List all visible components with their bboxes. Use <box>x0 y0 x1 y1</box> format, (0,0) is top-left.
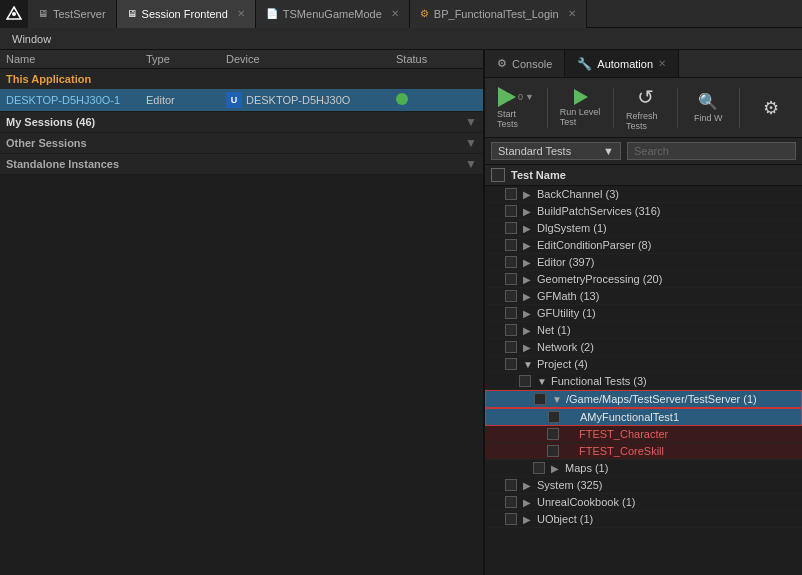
project-checkbox[interactable] <box>505 358 517 370</box>
tree-header: Test Name <box>485 165 802 186</box>
refresh-tests-button[interactable]: ↻ Refresh Tests <box>620 81 671 135</box>
network-checkbox[interactable] <box>505 341 517 353</box>
tree-item-backchannel[interactable]: ▶ BackChannel (3) <box>485 186 802 203</box>
app-logo <box>0 0 28 28</box>
tree-item-uobject[interactable]: ▶ UObject (1) <box>485 511 802 528</box>
find-icon: 🔍 <box>698 92 718 111</box>
filter-bar: Standard Tests ▼ <box>485 138 802 165</box>
testserver-map-checkbox[interactable] <box>534 393 546 405</box>
tree-item-dlgsystem[interactable]: ▶ DlgSystem (1) <box>485 220 802 237</box>
tab-tsmenu[interactable]: 📄 TSMenuGameMode ✕ <box>256 0 410 28</box>
ftest-coreskill-label: FTEST_CoreSkill <box>579 445 664 457</box>
tab-bp-functional[interactable]: ⚙ BP_FunctionalTest_Login ✕ <box>410 0 587 28</box>
search-input[interactable] <box>627 142 796 160</box>
my-sessions-section[interactable]: My Sessions (46) ▼ <box>0 112 483 133</box>
editor-checkbox[interactable] <box>505 256 517 268</box>
functional-tests-checkbox[interactable] <box>519 375 531 387</box>
gfutility-arrow: ▶ <box>523 308 533 319</box>
session-row[interactable]: DESKTOP-D5HJ30O-1 Editor U DESKTOP-D5HJ3… <box>0 89 483 112</box>
tree-item-buildpatch[interactable]: ▶ BuildPatchServices (316) <box>485 203 802 220</box>
automation-wrench-icon: 🔧 <box>577 57 592 71</box>
tree-item-gfmath[interactable]: ▶ GFMath (13) <box>485 288 802 305</box>
divider-2 <box>613 88 614 128</box>
dlgsystem-arrow: ▶ <box>523 223 533 234</box>
gfmath-checkbox[interactable] <box>505 290 517 302</box>
buildpatch-checkbox[interactable] <box>505 205 517 217</box>
find-label: Find W <box>694 113 723 123</box>
tree-item-testserver-map[interactable]: ▼ /Game/Maps/TestServer/TestServer (1) <box>485 390 802 408</box>
geometry-checkbox[interactable] <box>505 273 517 285</box>
ftest-character-label: FTEST_Character <box>579 428 668 440</box>
run-level-icon <box>574 89 588 105</box>
sessions-table-header: Name Type Device Status <box>0 50 483 69</box>
settings-gear-icon: ⚙ <box>763 97 779 119</box>
tree-item-functional-tests[interactable]: ▼ Functional Tests (3) <box>485 373 802 390</box>
session-name: DESKTOP-D5HJ30O-1 <box>6 94 146 106</box>
net-checkbox[interactable] <box>505 324 517 336</box>
header-checkbox[interactable] <box>491 168 505 182</box>
find-button[interactable]: 🔍 Find W <box>683 88 733 127</box>
right-panel: ⚙ Console 🔧 Automation ✕ 0 ▼ Start Tests <box>485 50 802 575</box>
unrealcookbook-arrow: ▶ <box>523 497 533 508</box>
other-sessions-arrow: ▼ <box>465 136 477 150</box>
doc-icon: 📄 <box>266 8 278 19</box>
standalone-instances-section[interactable]: Standalone Instances ▼ <box>0 154 483 175</box>
tree-item-net[interactable]: ▶ Net (1) <box>485 322 802 339</box>
tab-console[interactable]: ⚙ Console <box>485 50 565 77</box>
start-count-badge: 0 <box>518 92 523 102</box>
dropdown-arrow-icon: ▼ <box>525 92 534 102</box>
session-icon: 🖥 <box>127 8 137 19</box>
main-layout: Name Type Device Status This Application… <box>0 50 802 575</box>
other-sessions-section[interactable]: Other Sessions ▼ <box>0 133 483 154</box>
session-device: U DESKTOP-D5HJ30O <box>226 92 396 108</box>
divider-1 <box>547 88 548 128</box>
run-level-test-button[interactable]: Run Level Test <box>554 85 608 131</box>
editcondition-checkbox[interactable] <box>505 239 517 251</box>
tree-item-gfutility[interactable]: ▶ GFUtility (1) <box>485 305 802 322</box>
uobject-arrow: ▶ <box>523 514 533 525</box>
editcondition-arrow: ▶ <box>523 240 533 251</box>
backchannel-checkbox[interactable] <box>505 188 517 200</box>
tab-testserver[interactable]: 🖥 TestServer <box>28 0 117 28</box>
tab-session-frontend[interactable]: 🖥 Session Frontend ✕ <box>117 0 256 28</box>
backchannel-arrow: ▶ <box>523 189 533 200</box>
ftest-coreskill-checkbox[interactable] <box>547 445 559 457</box>
dropdown-chevron-icon: ▼ <box>603 145 614 157</box>
dlgsystem-checkbox[interactable] <box>505 222 517 234</box>
session-type: Editor <box>146 94 226 106</box>
uobject-checkbox[interactable] <box>505 513 517 525</box>
tab-automation[interactable]: 🔧 Automation ✕ <box>565 50 679 77</box>
gfutility-checkbox[interactable] <box>505 307 517 319</box>
start-tests-button[interactable]: 0 ▼ Start Tests <box>491 83 541 133</box>
tree-item-maps[interactable]: ▶ Maps (1) <box>485 460 802 477</box>
standalone-arrow: ▼ <box>465 157 477 171</box>
amyfunctional-checkbox[interactable] <box>548 411 560 423</box>
automation-toolbar: 0 ▼ Start Tests Run Level Test ↻ Refresh… <box>485 78 802 138</box>
tree-item-system[interactable]: ▶ System (325) <box>485 477 802 494</box>
tree-item-ftest-character[interactable]: FTEST_Character <box>485 426 802 443</box>
close-icon-2[interactable]: ✕ <box>391 8 399 19</box>
close-icon-3[interactable]: ✕ <box>568 8 576 19</box>
tree-item-editor[interactable]: ▶ Editor (397) <box>485 254 802 271</box>
network-arrow: ▶ <box>523 342 533 353</box>
ftest-character-checkbox[interactable] <box>547 428 559 440</box>
run-level-label: Run Level Test <box>560 107 602 127</box>
tree-item-unrealcookbook[interactable]: ▶ UnrealCookbook (1) <box>485 494 802 511</box>
maps-checkbox[interactable] <box>533 462 545 474</box>
close-icon[interactable]: ✕ <box>237 8 245 19</box>
tree-item-network[interactable]: ▶ Network (2) <box>485 339 802 356</box>
start-tests-label: Start Tests <box>497 109 535 129</box>
tree-item-editcondition[interactable]: ▶ EditConditionParser (8) <box>485 237 802 254</box>
tree-item-ftest-coreskill[interactable]: FTEST_CoreSkill <box>485 443 802 460</box>
title-bar: 🖥 TestServer 🖥 Session Frontend ✕ 📄 TSMe… <box>0 0 802 28</box>
refresh-icon: ↻ <box>637 85 654 109</box>
unrealcookbook-checkbox[interactable] <box>505 496 517 508</box>
settings-button[interactable]: ⚙ <box>746 93 796 123</box>
system-checkbox[interactable] <box>505 479 517 491</box>
automation-close-icon[interactable]: ✕ <box>658 58 666 69</box>
tree-item-geometry[interactable]: ▶ GeometryProcessing (20) <box>485 271 802 288</box>
standard-tests-dropdown[interactable]: Standard Tests ▼ <box>491 142 621 160</box>
menu-window[interactable]: Window <box>4 31 59 47</box>
tree-item-amyfunctional[interactable]: AMyFunctionalTest1 <box>485 408 802 426</box>
tree-item-project[interactable]: ▼ Project (4) <box>485 356 802 373</box>
